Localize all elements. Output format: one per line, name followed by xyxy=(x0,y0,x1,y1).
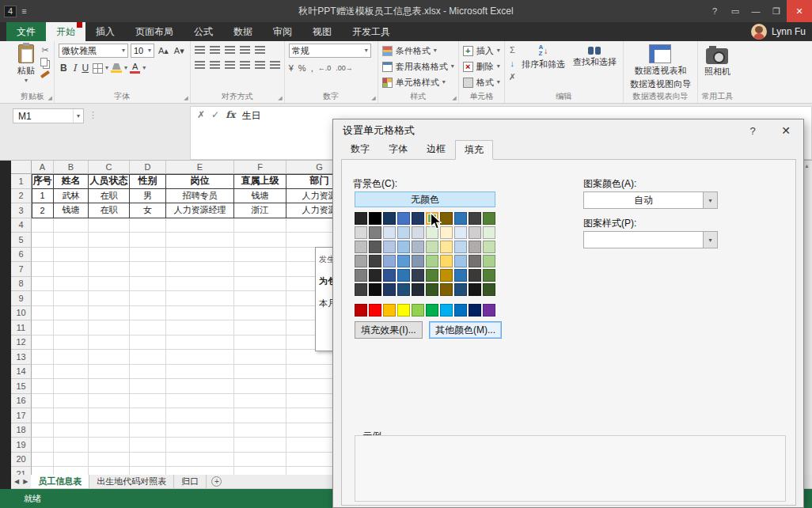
cell-B9[interactable] xyxy=(54,291,89,306)
color-swatch-1-6[interactable] xyxy=(440,226,453,239)
color-swatch-3-6[interactable] xyxy=(440,255,453,267)
shrink-font-button[interactable]: A▾ xyxy=(173,44,186,57)
cell-F17[interactable] xyxy=(234,408,286,423)
help-button[interactable]: ? xyxy=(704,0,725,22)
cell-B2[interactable]: 武林 xyxy=(54,189,89,204)
fill-effects-button[interactable]: 填充效果(I)... xyxy=(355,321,423,339)
cell-C13[interactable] xyxy=(89,350,130,365)
color-swatch-2-0[interactable] xyxy=(355,241,367,253)
cell-A6[interactable] xyxy=(32,248,54,263)
cell-A19[interactable] xyxy=(32,438,54,453)
color-swatch-2-9[interactable] xyxy=(483,241,495,253)
row-header-4[interactable]: 4 xyxy=(11,218,32,233)
cell-F4[interactable] xyxy=(234,218,286,233)
row-header-2[interactable]: 2 xyxy=(11,189,32,204)
color-swatch-0-6[interactable] xyxy=(440,212,453,225)
pattern-color-dropdown-icon[interactable]: ▾ xyxy=(703,192,717,208)
cell-F12[interactable] xyxy=(234,336,286,351)
row-header-3[interactable]: 3 xyxy=(11,203,32,218)
cell-F15[interactable] xyxy=(234,379,286,394)
borders-icon[interactable] xyxy=(93,63,103,74)
cell-E1[interactable]: 岗位 xyxy=(166,174,234,189)
ribbon-tab-数据[interactable]: 数据 xyxy=(223,22,263,41)
cell-C6[interactable] xyxy=(89,248,130,263)
ribbon-tab-文件[interactable]: 文件 xyxy=(6,22,46,41)
color-swatch-6-6[interactable] xyxy=(440,304,453,317)
number-format-combo[interactable]: 常规 ▾ xyxy=(289,44,371,58)
sheet-tab-出生地代码对照表[interactable]: 出生地代码对照表 xyxy=(89,475,174,488)
delete-cells-button[interactable]: × 删除 ▾ xyxy=(463,59,500,74)
cell-F7[interactable] xyxy=(234,262,286,277)
cell-B8[interactable] xyxy=(54,277,89,292)
add-sheet-button[interactable]: + xyxy=(211,476,222,487)
cell-C4[interactable] xyxy=(89,218,130,233)
color-swatch-3-8[interactable] xyxy=(469,255,481,267)
cell-C3[interactable]: 在职 xyxy=(89,203,130,218)
row-header-14[interactable]: 14 xyxy=(11,365,32,380)
color-swatch-3-1[interactable] xyxy=(369,255,381,267)
font-name-combo[interactable]: 微软雅黑 ▾ xyxy=(59,44,128,58)
color-swatch-3-2[interactable] xyxy=(383,255,396,267)
minimize-button[interactable]: — xyxy=(746,0,766,22)
camera-button[interactable]: 照相机 xyxy=(702,44,733,78)
color-swatch-1-8[interactable] xyxy=(469,226,481,239)
row-header-15[interactable]: 15 xyxy=(11,379,32,394)
color-swatch-0-9[interactable] xyxy=(483,212,495,225)
color-swatch-2-6[interactable] xyxy=(440,241,453,253)
cell-D17[interactable] xyxy=(130,408,166,423)
cell-D10[interactable] xyxy=(130,306,166,321)
cell-C14[interactable] xyxy=(89,365,130,380)
merge-center-icon[interactable] xyxy=(270,61,280,70)
autosum-icon[interactable]: Σ xyxy=(510,45,515,55)
cell-D15[interactable] xyxy=(130,379,166,394)
row-header-13[interactable]: 13 xyxy=(11,350,32,365)
cell-B18[interactable] xyxy=(54,423,89,438)
color-swatch-4-4[interactable] xyxy=(412,269,424,282)
restore-button[interactable]: ❐ xyxy=(766,0,787,22)
row-header-21[interactable]: 21 xyxy=(11,467,32,475)
select-all-corner[interactable] xyxy=(11,161,32,174)
cell-C17[interactable] xyxy=(89,408,130,423)
cell-A12[interactable] xyxy=(32,336,54,351)
color-swatch-5-0[interactable] xyxy=(355,283,367,296)
cell-D13[interactable] xyxy=(130,350,166,365)
dialog-tab-字体[interactable]: 字体 xyxy=(379,139,417,159)
color-swatch-6-2[interactable] xyxy=(383,304,396,317)
dialog-tab-填充[interactable]: 填充 xyxy=(455,140,493,160)
cell-C10[interactable] xyxy=(89,306,130,321)
cell-D11[interactable] xyxy=(130,320,166,336)
color-swatch-6-7[interactable] xyxy=(454,304,467,317)
fill-down-icon[interactable]: ↓ xyxy=(510,59,515,68)
cell-A21[interactable] xyxy=(32,467,54,475)
color-swatch-4-2[interactable] xyxy=(383,269,396,282)
color-swatch-2-3[interactable] xyxy=(397,241,410,253)
cell-A16[interactable] xyxy=(32,394,54,409)
cell-D12[interactable] xyxy=(130,336,166,351)
cell-E18[interactable] xyxy=(166,423,234,438)
indent-increase-icon[interactable] xyxy=(255,61,265,70)
decrease-decimal-icon[interactable]: .00→ xyxy=(336,64,353,72)
column-header-B[interactable]: B xyxy=(54,161,89,174)
cell-E16[interactable] xyxy=(166,394,234,409)
format-painter-icon[interactable] xyxy=(40,70,50,78)
color-swatch-6-8[interactable] xyxy=(469,304,481,317)
align-right-icon[interactable] xyxy=(225,61,235,70)
cell-A4[interactable] xyxy=(32,218,54,233)
ribbon-tab-审阅[interactable]: 审阅 xyxy=(263,22,302,41)
color-swatch-3-3[interactable] xyxy=(397,255,410,267)
alignment-launcher-icon[interactable]: ◢ xyxy=(278,95,282,101)
format-cells-button[interactable]: 格式 ▾ xyxy=(463,75,500,89)
cell-D6[interactable] xyxy=(130,248,166,263)
no-color-button[interactable]: 无颜色 xyxy=(355,191,495,207)
color-swatch-6-0[interactable] xyxy=(355,304,367,317)
sheet-nav-left-icon[interactable]: ◀ xyxy=(14,478,19,485)
color-swatch-0-8[interactable] xyxy=(469,212,481,225)
row-header-1[interactable]: 1 xyxy=(11,174,32,189)
color-swatch-4-0[interactable] xyxy=(355,269,367,282)
color-swatch-1-4[interactable] xyxy=(412,226,424,239)
increase-decimal-icon[interactable]: ←.0 xyxy=(318,64,332,72)
ribbon-display-button[interactable]: ▭ xyxy=(725,0,746,22)
cell-C16[interactable] xyxy=(89,394,130,409)
color-swatch-4-6[interactable] xyxy=(440,269,453,282)
cell-F11[interactable] xyxy=(234,320,286,336)
